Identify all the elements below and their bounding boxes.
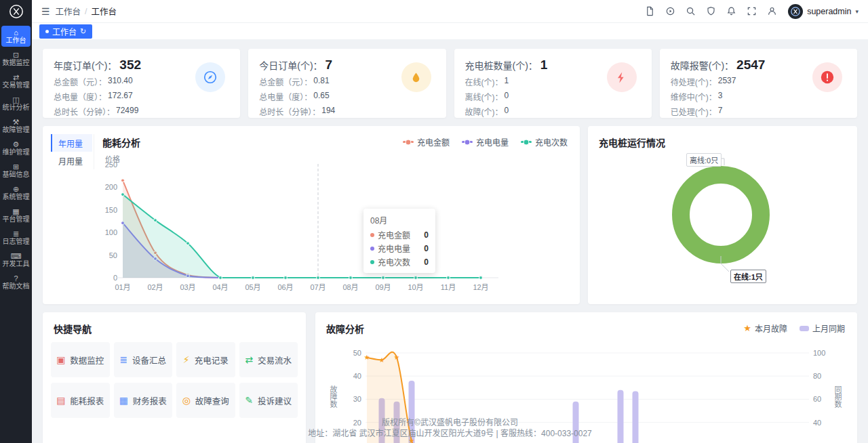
app-logo[interactable] <box>0 0 32 24</box>
sidebar-item-basic-info[interactable]: ⊞ 基础信息 <box>1 160 31 181</box>
quick-nav-fault-query[interactable]: ◎ 故障查询 <box>176 383 235 418</box>
svg-text:04月: 04月 <box>212 283 228 291</box>
legend-line-marker <box>462 141 473 143</box>
profile-icon[interactable] <box>764 3 780 20</box>
fault-legend: ★ 本月故障 上月同期 <box>743 322 845 334</box>
alert-icon <box>812 62 842 92</box>
menu-fold-icon[interactable]: ☰ <box>41 6 50 17</box>
quick-nav-label: 充电记录 <box>195 354 229 366</box>
svg-text:200: 200 <box>105 183 117 191</box>
username: superadmin <box>807 7 851 16</box>
stat-value: 1 <box>540 58 548 72</box>
finance-report-icon: ▦ <box>119 396 128 405</box>
document-icon[interactable] <box>642 3 658 20</box>
user-menu[interactable]: superadmin ▾ <box>788 4 859 19</box>
sidebar-item-label: 帮助文档 <box>3 282 30 291</box>
sidebar-item-system[interactable]: ⊕ 系统管理 <box>1 182 31 203</box>
legend-item-charge-amount[interactable]: 充电金额 <box>403 136 450 148</box>
refresh-icon[interactable]: ↻ <box>80 27 86 36</box>
stat-sub-label: 总电量（度）： <box>259 91 312 102</box>
basic-info-icon: ⊞ <box>13 163 19 171</box>
stat-sub-label: 在线(个)： <box>465 76 503 87</box>
sidebar-item-maintenance[interactable]: ⚙ 维护管理 <box>1 138 31 159</box>
tab-month-usage[interactable]: 月用量 <box>51 152 92 169</box>
legend-label: 充电金额 <box>417 136 450 148</box>
legend-item-this-month[interactable]: ★ 本月故障 <box>743 322 787 334</box>
stat-sub-row: 总时长（分钟）：72499 <box>54 106 229 117</box>
stat-label: 年度订单(个)： <box>54 58 117 72</box>
sidebar-item-log[interactable]: ≣ 日志管理 <box>1 227 31 248</box>
record-icon[interactable] <box>662 3 678 20</box>
stat-sub-row: 已处理(个)：7 <box>671 106 846 117</box>
sidebar-item-platform[interactable]: ▦ 平台管理 <box>1 205 31 226</box>
compass-icon <box>195 62 225 92</box>
legend-label: 上月同期 <box>812 322 845 334</box>
stat-value: 7 <box>326 58 333 72</box>
stat-sub-label: 总时长（分钟）： <box>54 106 115 117</box>
stat-sub-row: 总电量（度）：172.67 <box>54 91 229 102</box>
quick-nav-label: 能耗报表 <box>70 394 104 407</box>
legend-item-charge-count[interactable]: 充电次数 <box>521 136 568 148</box>
sidebar-item-fault-manage[interactable]: ⚒ 故障管理 <box>1 115 31 136</box>
trade-icon: ⇄ <box>13 73 19 81</box>
bottom-row: 快捷导航 ▣ 数据监控 ≣ 设备汇总 ⚡ 充电记录 <box>43 312 857 443</box>
stat-sub-value: 2537 <box>718 76 736 87</box>
svg-text:★: ★ <box>364 354 370 361</box>
sidebar-item-trade[interactable]: ⇄ 交易管理 <box>1 70 31 91</box>
sidebar-item-workbench[interactable]: ⌂ 工作台 <box>1 26 31 47</box>
svg-text:40: 40 <box>353 372 361 380</box>
sidebar-nav: ⌂ 工作台 ⊡ 数据监控 ⇄ 交易管理 ◫ 统计分析 ⚒ 故障管理 ⚙ 维护管理 <box>0 24 32 294</box>
system-icon: ⊕ <box>13 185 19 193</box>
legend-item-charge-energy[interactable]: 充电电量 <box>462 136 509 148</box>
tab-workbench[interactable]: 工作台 ↻ <box>39 24 92 39</box>
quick-nav-label: 故障查询 <box>195 394 229 407</box>
quick-nav-energy-report[interactable]: ▤ 能耗报表 <box>51 383 110 418</box>
legend-label: 充电次数 <box>535 136 568 148</box>
tab-year-usage[interactable]: 年用量 <box>51 134 92 152</box>
sidebar: ⌂ 工作台 ⊡ 数据监控 ⇄ 交易管理 ◫ 统计分析 ⚒ 故障管理 ⚙ 维护管理 <box>0 0 32 443</box>
bolt-icon <box>607 62 637 92</box>
energy-tabs: 年用量 月用量 <box>51 134 94 169</box>
sidebar-item-label: 开发工具 <box>3 260 30 268</box>
quick-nav-charge-records[interactable]: ⚡ 充电记录 <box>176 342 235 377</box>
svg-text:★: ★ <box>394 354 400 361</box>
quick-nav-suggestions[interactable]: ✎ 投诉建议 <box>239 383 298 418</box>
tooltip-row: 充电金额 0 <box>370 229 429 240</box>
shield-icon[interactable] <box>703 3 719 20</box>
svg-text:150: 150 <box>105 206 117 214</box>
platform-icon: ▦ <box>12 207 19 215</box>
quick-nav-data-monitor[interactable]: ▣ 数据监控 <box>51 342 110 377</box>
svg-text:08月: 08月 <box>342 283 358 291</box>
svg-text:09月: 09月 <box>375 283 391 291</box>
breadcrumb-root[interactable]: 工作台 <box>56 5 81 18</box>
content-area: 年度订单(个)： 352 总金额（元）：310.40 总电量（度）：172.67… <box>32 39 868 443</box>
charger-status-title: 充电桩运行情况 <box>599 135 665 149</box>
tooltip-row: 充电次数 0 <box>370 256 429 268</box>
sidebar-item-data-monitor[interactable]: ⊡ 数据监控 <box>1 48 31 69</box>
quick-nav-transactions[interactable]: ⇄ 交易流水 <box>239 342 298 377</box>
sidebar-item-statistics[interactable]: ◫ 统计分析 <box>1 93 31 114</box>
fullscreen-icon[interactable] <box>743 3 760 20</box>
sidebar-item-help[interactable]: ? 帮助文档 <box>1 272 31 293</box>
svg-text:07月: 07月 <box>310 283 326 291</box>
svg-text:50: 50 <box>353 349 361 357</box>
maintenance-icon: ⚙ <box>13 140 20 148</box>
charger-status-card: 充电桩运行情况 离线:0只 在线:1只 <box>588 126 857 304</box>
bell-icon[interactable] <box>723 3 739 20</box>
stat-sub-value: 172.67 <box>108 91 133 102</box>
quick-nav-device-summary[interactable]: ≣ 设备汇总 <box>114 342 173 377</box>
search-icon[interactable] <box>682 3 698 20</box>
stat-sub-label: 总时长（分钟）： <box>259 106 320 117</box>
stat-sub-value: 0 <box>505 91 509 102</box>
monitor-icon: ▣ <box>56 355 65 364</box>
droplet-icon <box>401 62 431 92</box>
energy-legend: 充电金额 充电电量 充电次数 <box>403 136 568 148</box>
breadcrumb-separator: / <box>85 7 87 16</box>
sidebar-item-devtools[interactable]: ⌨ 开发工具 <box>1 249 31 270</box>
quick-nav-finance-report[interactable]: ▦ 财务报表 <box>114 383 173 418</box>
stat-sub-label: 总金额（元）： <box>259 76 312 87</box>
legend-item-last-month[interactable]: 上月同期 <box>800 322 845 334</box>
header-actions: superadmin ▾ <box>642 3 859 20</box>
donut-label-online: 在线:1只 <box>730 270 766 283</box>
stat-card-annual-orders: 年度订单(个)： 352 总金额（元）：310.40 总电量（度）：172.67… <box>43 49 240 118</box>
